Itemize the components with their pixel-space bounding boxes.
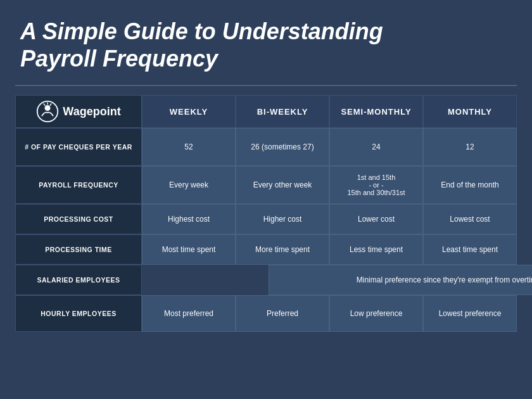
cell-monthly-time: Least time spent <box>423 234 517 265</box>
table-wrapper: Wagepoint # OF PAY CHEQUES PER YEAR PAYR… <box>15 95 517 332</box>
header-biweekly: BI-WEEKLY <box>236 95 329 128</box>
svg-point-1 <box>45 105 51 111</box>
cell-weekly-frequency: Every week <box>142 166 236 204</box>
cell-semimonthly-hourly: Low preference <box>329 295 423 332</box>
logo-text: Wagepoint <box>63 105 120 118</box>
page-title: A Simple Guide to Understanding Payroll … <box>20 18 512 72</box>
cell-semimonthly-cost: Lower cost <box>329 204 423 234</box>
col-monthly: MONTHLY 12 End of the month Lowest cost … <box>423 95 517 332</box>
logo-cell: Wagepoint <box>15 95 142 128</box>
label-cheques: # OF PAY CHEQUES PER YEAR <box>15 128 142 166</box>
col-weekly: WEEKLY 52 Every week Highest cost Most t… <box>142 95 236 332</box>
cell-weekly-time: Most time spent <box>142 234 236 265</box>
cell-weekly-cost: Highest cost <box>142 204 236 234</box>
label-frequency: PAYROLL FREQUENCY <box>15 166 142 204</box>
cell-weekly-cheques: 52 <box>142 128 236 166</box>
cell-biweekly-cheques: 26 (sometimes 27) <box>236 128 329 166</box>
cell-semimonthly-cheques: 24 <box>329 128 423 166</box>
cell-biweekly-cost: Higher cost <box>236 204 329 234</box>
col-semimonthly: SEMI-MONTHLY 24 1st and 15th - or - 15th… <box>329 95 423 332</box>
header: A Simple Guide to Understanding Payroll … <box>0 0 532 85</box>
svg-line-2 <box>44 104 46 106</box>
header-monthly: MONTHLY <box>423 95 517 128</box>
cell-monthly-cheques: 12 <box>423 128 517 166</box>
cell-biweekly-frequency: Every other week <box>236 166 329 204</box>
label-cost: PROCESSING COST <box>15 204 142 234</box>
cell-semimonthly-time: Less time spent <box>329 234 423 265</box>
data-columns: WEEKLY 52 Every week Highest cost Most t… <box>142 95 517 332</box>
cell-monthly-cost: Lowest cost <box>423 204 517 234</box>
label-salaried: SALARIED EMPLOYEES <box>15 265 142 295</box>
table-section: Wagepoint # OF PAY CHEQUES PER YEAR PAYR… <box>0 86 532 341</box>
cell-weekly-hourly: Most preferred <box>142 295 236 332</box>
label-hourly: HOURLY EMPLOYEES <box>15 295 142 332</box>
cell-monthly-hourly: Lowest preference <box>423 295 517 332</box>
header-semimonthly: SEMI-MONTHLY <box>329 95 423 128</box>
label-time: PROCESSING TIME <box>15 234 142 265</box>
wagepoint-logo-icon <box>36 100 59 123</box>
svg-line-3 <box>50 104 52 106</box>
header-weekly: WEEKLY <box>142 95 236 128</box>
cell-monthly-frequency: End of the month <box>423 166 517 204</box>
cell-biweekly-hourly: Preferred <box>236 295 329 332</box>
cell-biweekly-time: More time spent <box>236 234 329 265</box>
cell-semimonthly-frequency: 1st and 15th - or - 15th and 30th/31st <box>329 166 423 204</box>
label-column: Wagepoint # OF PAY CHEQUES PER YEAR PAYR… <box>15 95 142 332</box>
cell-salaried-merged: Minimal preference since they're exempt … <box>269 265 532 295</box>
col-biweekly: BI-WEEKLY 26 (sometimes 27) Every other … <box>236 95 329 332</box>
